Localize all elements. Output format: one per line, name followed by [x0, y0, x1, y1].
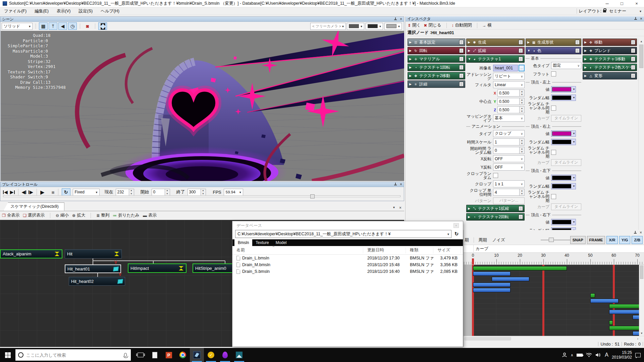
- timeline-bar[interactable]: [473, 272, 511, 276]
- stepper-buttons[interactable]: ▲▼: [520, 89, 525, 97]
- property-select-クロップ[interactable]: 1 x 1∨: [493, 180, 525, 187]
- taskbar-app-notepad[interactable]: [148, 348, 162, 362]
- taskbar-app-powerpoint[interactable]: P: [162, 348, 176, 362]
- schematic-node-Hit_heart01[interactable]: Hit_heart01V: [65, 264, 121, 273]
- current-frame-value[interactable]: 232: [116, 189, 129, 196]
- grid-toggle-button[interactable]: ▦: [39, 22, 48, 30]
- tab-partial[interactable]: 期: [464, 237, 472, 243]
- scroll-up-icon[interactable]: ▲: [639, 39, 644, 44]
- vertical-scrollbar[interactable]: ▼: [639, 265, 644, 336]
- start-frame-stepper[interactable]: 0 ▲▼: [152, 189, 170, 196]
- checkbox-ランダム チャンネル同期[interactable]: [551, 150, 556, 155]
- property-stepper-開始時間 ランダム幅[interactable]: 0▲▼: [493, 147, 525, 154]
- color-swatch-select-ランダム幅[interactable]: ▼: [551, 95, 576, 101]
- end-frame-value[interactable]: 300: [187, 189, 201, 196]
- clock[interactable]: 15:25 2019/03/02: [612, 350, 632, 360]
- hidden-icons-chevron[interactable]: ∧: [571, 353, 573, 357]
- shading-mode-select[interactable]: ソリッド▾: [2, 23, 33, 30]
- volume-icon[interactable]: [595, 353, 601, 357]
- close-icon[interactable]: ×: [400, 17, 402, 21]
- schematic-node-Atack_alpanim[interactable]: Atack_alpanim: [0, 249, 62, 258]
- schematic-tool-全表示[interactable]: ❐全表示: [2, 213, 19, 218]
- close-icon[interactable]: ×: [400, 183, 402, 186]
- camera-select[interactable]: < フリーカメラ >▾: [310, 23, 346, 30]
- taskbar-app-chrome[interactable]: [176, 348, 190, 362]
- schematic-tool-折りたたみ[interactable]: ≔折りたたみ: [113, 213, 140, 218]
- taskbar-app-matchlock[interactable]: [190, 348, 204, 362]
- memo-icon[interactable]: [459, 40, 464, 45]
- pin-icon[interactable]: [394, 183, 397, 186]
- color-swatch-select-値[interactable]: ▼: [551, 175, 576, 181]
- search-input[interactable]: [26, 353, 121, 358]
- stepper-value[interactable]: 0.500: [497, 106, 520, 113]
- timeline-bar[interactable]: [590, 299, 619, 303]
- cone-toggle-button[interactable]: ◀: [58, 22, 67, 30]
- taskbar-search[interactable]: [15, 349, 131, 361]
- loop-mode-select[interactable]: Fixed▾: [73, 189, 100, 196]
- section-header-生成[interactable]: ▶✱生成: [466, 39, 525, 46]
- stepper-buttons[interactable]: ▲▼: [520, 138, 525, 145]
- color-swatch-select-値[interactable]: ▼: [551, 86, 576, 93]
- memo-icon[interactable]: [575, 48, 580, 53]
- file-row[interactable]: Drain_L.bmsln2018/11/20 17:30BMSLN ファイル3…: [232, 255, 463, 261]
- wifi-icon[interactable]: *: [586, 353, 592, 357]
- maximize-button[interactable]: □: [614, 0, 629, 7]
- close-button[interactable]: ×: [629, 0, 644, 7]
- timeline-button-Y/G[interactable]: Y/G: [619, 236, 631, 244]
- color-swatch-select-ランダム幅[interactable]: ▼: [551, 183, 576, 189]
- close-icon[interactable]: ×: [640, 17, 642, 20]
- column-header-更新日時[interactable]: 更新日時: [363, 247, 406, 253]
- memo-icon[interactable]: [459, 48, 464, 53]
- stepper-value[interactable]: 1: [493, 138, 520, 145]
- memo-icon[interactable]: [459, 65, 464, 70]
- memo-icon[interactable]: [575, 40, 580, 45]
- timeline-button-SNAP[interactable]: SNAP: [570, 236, 586, 244]
- fps-select[interactable]: 59.94▾: [224, 189, 243, 196]
- timeline-bar[interactable]: [473, 288, 511, 292]
- taskbar-app-task-view[interactable]: [133, 348, 148, 362]
- section-header-移動[interactable]: ▶✜移動: [583, 39, 637, 46]
- scroll-right-icon[interactable]: ›: [637, 337, 638, 341]
- schematic-node-Hit_heart02[interactable]: Hit_heart02V: [69, 277, 125, 286]
- inspector-tool-自動開閉[interactable]: ↕自動開閉: [452, 22, 472, 28]
- close-icon[interactable]: ×: [640, 231, 642, 234]
- stepper-buttons[interactable]: ▲▼: [520, 98, 525, 105]
- memo-icon[interactable]: [459, 82, 464, 86]
- section-header-色[interactable]: ▼◑色: [526, 47, 581, 54]
- stepper-value[interactable]: 0.500: [497, 98, 520, 105]
- timeline-bar[interactable]: [492, 277, 529, 281]
- chevron-down-icon[interactable]: ▾: [393, 205, 395, 209]
- memo-icon[interactable]: [519, 40, 523, 45]
- timeline-tab-周期[interactable]: 周期: [476, 237, 490, 243]
- menu-item-2[interactable]: 表示(V): [53, 8, 75, 15]
- button-タイムライン[interactable]: タイムライン: [551, 115, 581, 122]
- step-forward-button[interactable]: ▶: [29, 189, 33, 195]
- section-header-拡縮[interactable]: ▶⤢拡縮: [466, 47, 525, 54]
- property-select-アドレッシング[interactable]: リピート∨: [493, 73, 525, 80]
- people-icon[interactable]: [562, 352, 567, 358]
- memo-icon[interactable]: [631, 65, 635, 70]
- section-header-マテリアル[interactable]: ▶✛マテリアル: [408, 55, 465, 63]
- section-header-基本設定[interactable]: ▶☰基本設定: [408, 39, 465, 46]
- file-row[interactable]: Drain_M.bmsln2018/11/20 15:48BMSLN ファイル3…: [232, 261, 463, 268]
- checkbox-ランダム チャンネル同期[interactable]: [551, 106, 556, 111]
- scrollbar-thumb[interactable]: [639, 45, 643, 68]
- battery-icon[interactable]: [577, 354, 583, 357]
- slider-thumb[interactable]: [549, 238, 554, 242]
- ime-mode-icon[interactable]: A: [605, 352, 608, 358]
- color-swatch-select-値[interactable]: ▼: [551, 130, 576, 137]
- pin-icon[interactable]: [394, 17, 397, 21]
- microphone-icon[interactable]: [124, 353, 127, 357]
- scrollbar-thumb[interactable]: [464, 337, 511, 341]
- property-select-X反転[interactable]: OFF∨: [493, 155, 525, 162]
- section-header-テクスチャ2移動[interactable]: ▶✥テクスチャ2移動: [408, 72, 465, 79]
- background-color-select-2[interactable]: ▾: [384, 23, 402, 30]
- schematic-tool-表示[interactable]: ▬表示: [143, 213, 157, 218]
- timeline-bar[interactable]: [473, 283, 511, 287]
- play-button[interactable]: ▶: [40, 189, 44, 195]
- section-header-ブレンド[interactable]: ▶❖ブレンド: [583, 47, 637, 54]
- db-tab-Texture[interactable]: Texture: [252, 239, 272, 246]
- timeline-button-Z/B[interactable]: Z/B: [632, 236, 643, 244]
- close-icon[interactable]: ×: [399, 206, 401, 209]
- memo-icon[interactable]: [459, 57, 464, 61]
